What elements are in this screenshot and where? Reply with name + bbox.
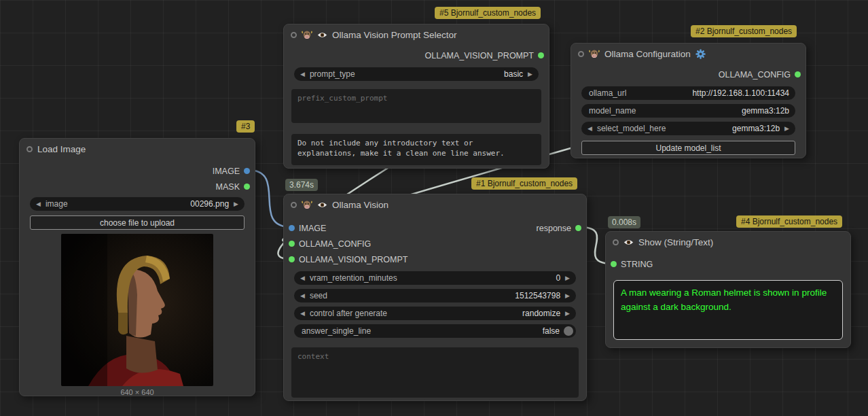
node-title: Ollama Vision bbox=[332, 200, 388, 210]
combo-right-arrow-icon[interactable]: ▶ bbox=[528, 71, 532, 77]
widget-value: false bbox=[543, 326, 560, 336]
combo-left-arrow-icon[interactable]: ◀ bbox=[587, 125, 592, 132]
cow-icon bbox=[302, 31, 312, 39]
select-model-combo-widget[interactable]: ◀ select_model_here gemma3:12b ▶ bbox=[581, 122, 795, 135]
combo-left-arrow-icon[interactable]: ◀ bbox=[300, 71, 305, 77]
widget-value: 0 bbox=[556, 273, 560, 283]
widget-value: 00296.png bbox=[190, 199, 229, 209]
widget-value: basic bbox=[504, 69, 523, 79]
combo-left-arrow-icon[interactable]: ◀ bbox=[300, 275, 305, 281]
widget-value: gemma3:12b bbox=[732, 124, 780, 133]
choose-file-button[interactable]: choose file to upload bbox=[30, 215, 245, 230]
collapse-dot[interactable] bbox=[613, 239, 619, 245]
node-prompt-selector-titlebar[interactable]: Ollama Vision Prompt Selector bbox=[284, 24, 549, 45]
input-dot-ollama-config[interactable] bbox=[289, 241, 295, 247]
output-label-response: response bbox=[537, 224, 571, 233]
node-load-image[interactable]: Load Image IMAGE MASK ◀ image 00296.png … bbox=[19, 138, 255, 396]
prefix-custom-prompt-textarea[interactable] bbox=[291, 89, 541, 123]
input-dot-image[interactable] bbox=[289, 225, 295, 231]
widget-value: randomize bbox=[522, 309, 560, 318]
widget-label: select_model_here bbox=[597, 124, 666, 133]
combo-right-arrow-icon[interactable]: ▶ bbox=[784, 125, 789, 132]
update-model-list-button[interactable]: Update model_list bbox=[581, 141, 795, 155]
input-label-image: IMAGE bbox=[299, 224, 326, 233]
output-dot-response[interactable] bbox=[575, 225, 581, 231]
collapse-dot[interactable] bbox=[578, 51, 584, 57]
node-id-badge-load-image: #3 bbox=[236, 120, 255, 133]
image-dimensions: 640 × 640 bbox=[20, 388, 255, 396]
widget-value: gemma3:12b bbox=[742, 106, 789, 116]
node-ollama-vision[interactable]: Ollama Vision IMAGE response OLLAMA_CONF… bbox=[283, 194, 587, 401]
eye-icon bbox=[317, 31, 327, 39]
node-id-badge-config: #2 Bjornulf_custom_nodes bbox=[691, 25, 797, 37]
output-dot-mask[interactable] bbox=[244, 184, 250, 190]
control-after-generate-combo-widget[interactable]: ◀ control after generate randomize ▶ bbox=[294, 307, 576, 320]
widget-label: control after generate bbox=[310, 309, 387, 318]
node-vision-titlebar[interactable]: Ollama Vision bbox=[284, 194, 586, 215]
input-slot-image: IMAGE bbox=[284, 220, 435, 236]
output-slot-image: IMAGE bbox=[20, 163, 255, 179]
output-dot-ollama-config[interactable] bbox=[795, 71, 801, 77]
output-slot-ollama-config: OLLAMA_CONFIG bbox=[571, 67, 806, 82]
collapse-dot[interactable] bbox=[26, 146, 33, 152]
combo-right-arrow-icon[interactable]: ▶ bbox=[565, 275, 570, 281]
node-ollama-configuration[interactable]: Ollama Configuration OLLAMA_CONFIG ollam… bbox=[571, 43, 806, 158]
cow-icon bbox=[302, 201, 312, 209]
widget-label: prompt_type bbox=[310, 69, 355, 79]
node-load-image-titlebar[interactable]: Load Image bbox=[20, 139, 255, 159]
input-dot-string[interactable] bbox=[611, 261, 617, 267]
widget-label: seed bbox=[310, 291, 327, 300]
output-slot-response: response bbox=[435, 220, 587, 236]
seed-combo-widget[interactable]: ◀ seed 1512543798 ▶ bbox=[294, 289, 576, 302]
widget-label: vram_retention_minutes bbox=[310, 273, 397, 283]
output-slot-mask: MASK bbox=[20, 179, 255, 194]
ollama-url-widget[interactable]: ollama_url http://192.168.1.100:11434 bbox=[581, 86, 795, 100]
eye-icon bbox=[623, 239, 634, 246]
widget-label: ollama_url bbox=[589, 88, 626, 98]
node-title: Ollama Configuration bbox=[604, 49, 691, 59]
combo-right-arrow-icon[interactable]: ▶ bbox=[565, 310, 570, 317]
output-slot-ollama-vision-prompt: OLLAMA_VISION_PROMPT bbox=[284, 48, 549, 63]
context-textarea[interactable] bbox=[291, 347, 579, 398]
collapse-dot[interactable] bbox=[291, 202, 297, 208]
combo-left-arrow-icon[interactable]: ◀ bbox=[300, 292, 305, 299]
comfyui-canvas[interactable]: { "icons": { "arrow_left": "◀", "arrow_r… bbox=[0, 0, 868, 416]
combo-left-arrow-icon[interactable]: ◀ bbox=[300, 310, 305, 317]
input-slot-string: STRING bbox=[606, 256, 850, 272]
node-title: Load Image bbox=[37, 144, 86, 154]
output-dot-image[interactable] bbox=[244, 168, 250, 174]
execution-time-badge-show-text: 0.008s bbox=[608, 216, 640, 228]
input-label-ollama-config: OLLAMA_CONFIG bbox=[299, 239, 371, 249]
vram-retention-combo-widget[interactable]: ◀ vram_retention_minutes 0 ▶ bbox=[294, 271, 576, 285]
toggle-knob[interactable] bbox=[564, 326, 573, 336]
widget-value: 1512543798 bbox=[515, 291, 560, 300]
image-preview bbox=[61, 234, 213, 386]
widget-label: answer_single_line bbox=[302, 326, 371, 336]
input-dot-ollama-vision-prompt[interactable] bbox=[289, 256, 295, 262]
combo-right-arrow-icon[interactable]: ▶ bbox=[234, 201, 238, 207]
output-dot-ollama-vision-prompt[interactable] bbox=[538, 52, 544, 58]
output-label: OLLAMA_CONFIG bbox=[719, 70, 791, 80]
combo-left-arrow-icon[interactable]: ◀ bbox=[36, 201, 41, 207]
combo-right-arrow-icon[interactable]: ▶ bbox=[565, 292, 570, 299]
node-id-badge-show-text: #4 Bjornulf_custom_nodes bbox=[736, 215, 842, 228]
answer-single-line-toggle-widget[interactable]: answer_single_line false bbox=[294, 324, 576, 338]
node-title: Ollama Vision Prompt Selector bbox=[332, 30, 457, 40]
prompt-type-combo-widget[interactable]: ◀ prompt_type basic ▶ bbox=[294, 67, 539, 81]
suffix-custom-prompt-textarea[interactable]: Do not include any introductory text or … bbox=[291, 134, 541, 165]
gear-icon bbox=[695, 49, 706, 59]
string-output-display[interactable]: A man wearing a Roman helmet is shown in… bbox=[613, 280, 843, 340]
node-show-titlebar[interactable]: Show (String/Text) bbox=[606, 232, 850, 252]
output-label-mask: MASK bbox=[216, 182, 240, 192]
collapse-dot[interactable] bbox=[291, 32, 297, 38]
image-combo-widget[interactable]: ◀ image 00296.png ▶ bbox=[30, 197, 245, 211]
node-config-titlebar[interactable]: Ollama Configuration bbox=[571, 44, 806, 64]
node-id-badge-prompt-selector: #5 Bjornulf_custom_nodes bbox=[435, 7, 541, 19]
node-ollama-vision-prompt-selector[interactable]: Ollama Vision Prompt Selector OLLAMA_VIS… bbox=[283, 24, 549, 169]
eye-icon bbox=[317, 201, 327, 209]
widget-label: model_name bbox=[589, 106, 636, 116]
node-title: Show (String/Text) bbox=[638, 237, 713, 247]
node-id-badge-vision: #1 Bjornulf_custom_nodes bbox=[471, 177, 577, 190]
node-show-string-text[interactable]: Show (String/Text) STRING A man wearing … bbox=[605, 231, 851, 348]
model-name-widget[interactable]: model_name gemma3:12b bbox=[581, 104, 795, 118]
